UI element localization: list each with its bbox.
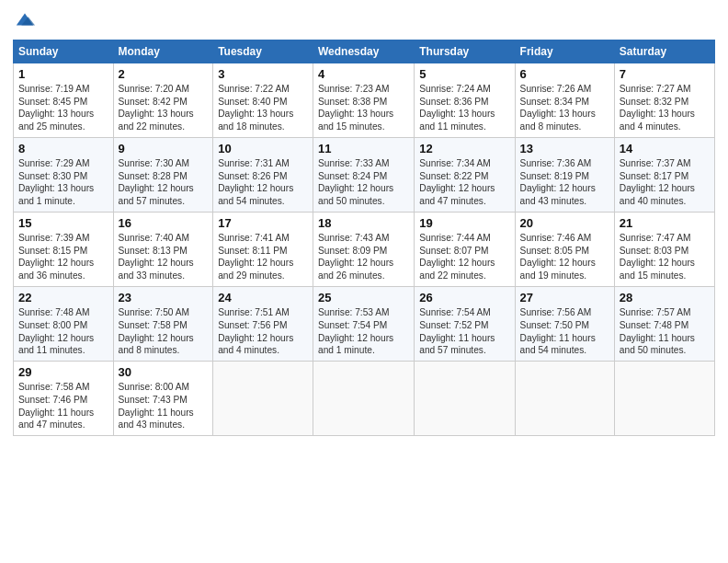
table-row: 20Sunrise: 7:46 AM Sunset: 8:05 PM Dayli… <box>515 212 614 286</box>
day-detail: Sunrise: 7:41 AM Sunset: 8:11 PM Dayligh… <box>218 232 308 282</box>
day-detail: Sunrise: 7:54 AM Sunset: 7:52 PM Dayligh… <box>419 306 509 357</box>
day-number: 10 <box>218 142 308 155</box>
table-row: 9Sunrise: 7:30 AM Sunset: 8:28 PM Daylig… <box>113 137 213 212</box>
day-number: 30 <box>119 365 209 379</box>
day-detail: Sunrise: 7:58 AM Sunset: 7:46 PM Dayligh… <box>18 381 108 431</box>
day-detail: Sunrise: 7:22 AM Sunset: 8:40 PM Dayligh… <box>218 83 308 133</box>
weekday-header-wednesday: Wednesday <box>313 40 415 63</box>
day-detail: Sunrise: 7:30 AM Sunset: 8:28 PM Dayligh… <box>119 157 209 208</box>
day-detail: Sunrise: 7:50 AM Sunset: 7:58 PM Dayligh… <box>119 306 209 357</box>
table-row <box>614 362 714 436</box>
day-number: 25 <box>318 291 409 304</box>
day-detail: Sunrise: 7:31 AM Sunset: 8:26 PM Dayligh… <box>218 157 308 208</box>
table-row: 19Sunrise: 7:44 AM Sunset: 8:07 PM Dayli… <box>415 212 515 286</box>
logo <box>13 9 35 34</box>
day-detail: Sunrise: 7:27 AM Sunset: 8:32 PM Dayligh… <box>620 83 710 133</box>
table-row: 7Sunrise: 7:27 AM Sunset: 8:32 PM Daylig… <box>614 63 714 137</box>
weekday-header-saturday: Saturday <box>614 40 714 63</box>
table-row: 24Sunrise: 7:51 AM Sunset: 7:56 PM Dayli… <box>213 286 313 361</box>
weekday-header-tuesday: Tuesday <box>213 40 313 63</box>
table-row: 17Sunrise: 7:41 AM Sunset: 8:11 PM Dayli… <box>213 212 313 286</box>
day-number: 26 <box>419 291 509 304</box>
weekday-header-friday: Friday <box>515 40 614 63</box>
table-row: 3Sunrise: 7:22 AM Sunset: 8:40 PM Daylig… <box>213 63 313 137</box>
table-row: 11Sunrise: 7:33 AM Sunset: 8:24 PM Dayli… <box>313 137 415 212</box>
day-detail: Sunrise: 7:19 AM Sunset: 8:45 PM Dayligh… <box>18 83 108 133</box>
day-number: 16 <box>119 216 209 230</box>
table-row: 8Sunrise: 7:29 AM Sunset: 8:30 PM Daylig… <box>14 137 114 212</box>
day-number: 4 <box>318 67 409 81</box>
table-row: 23Sunrise: 7:50 AM Sunset: 7:58 PM Dayli… <box>113 286 213 361</box>
day-detail: Sunrise: 7:46 AM Sunset: 8:05 PM Dayligh… <box>520 232 609 282</box>
day-detail: Sunrise: 7:34 AM Sunset: 8:22 PM Dayligh… <box>419 157 509 208</box>
day-number: 18 <box>318 216 409 230</box>
day-detail: Sunrise: 7:43 AM Sunset: 8:09 PM Dayligh… <box>318 232 409 282</box>
table-row: 1Sunrise: 7:19 AM Sunset: 8:45 PM Daylig… <box>14 63 114 137</box>
table-row: 30Sunrise: 8:00 AM Sunset: 7:43 PM Dayli… <box>113 362 213 436</box>
table-row: 2Sunrise: 7:20 AM Sunset: 8:42 PM Daylig… <box>113 63 213 137</box>
table-row: 26Sunrise: 7:54 AM Sunset: 7:52 PM Dayli… <box>415 286 515 361</box>
day-detail: Sunrise: 7:20 AM Sunset: 8:42 PM Dayligh… <box>119 83 209 133</box>
table-row: 22Sunrise: 7:48 AM Sunset: 8:00 PM Dayli… <box>14 286 114 361</box>
day-detail: Sunrise: 7:51 AM Sunset: 7:56 PM Dayligh… <box>218 306 308 357</box>
day-detail: Sunrise: 7:57 AM Sunset: 7:48 PM Dayligh… <box>620 306 710 357</box>
day-number: 9 <box>119 142 209 155</box>
day-number: 12 <box>419 142 509 155</box>
table-row <box>313 362 415 436</box>
day-number: 17 <box>218 216 308 230</box>
weekday-header-sunday: Sunday <box>14 40 114 63</box>
day-number: 8 <box>18 142 108 155</box>
table-row: 25Sunrise: 7:53 AM Sunset: 7:54 PM Dayli… <box>313 286 415 361</box>
day-number: 21 <box>620 216 710 230</box>
table-row: 28Sunrise: 7:57 AM Sunset: 7:48 PM Dayli… <box>614 286 714 361</box>
day-number: 22 <box>18 291 108 304</box>
table-row: 14Sunrise: 7:37 AM Sunset: 8:17 PM Dayli… <box>614 137 714 212</box>
table-row: 13Sunrise: 7:36 AM Sunset: 8:19 PM Dayli… <box>515 137 614 212</box>
day-detail: Sunrise: 8:00 AM Sunset: 7:43 PM Dayligh… <box>119 381 209 431</box>
day-number: 19 <box>419 216 509 230</box>
table-row: 15Sunrise: 7:39 AM Sunset: 8:15 PM Dayli… <box>14 212 114 286</box>
day-number: 23 <box>119 291 209 304</box>
day-detail: Sunrise: 7:33 AM Sunset: 8:24 PM Dayligh… <box>318 157 409 208</box>
day-number: 24 <box>218 291 308 304</box>
table-row: 6Sunrise: 7:26 AM Sunset: 8:34 PM Daylig… <box>515 63 614 137</box>
day-number: 5 <box>419 67 509 81</box>
day-detail: Sunrise: 7:37 AM Sunset: 8:17 PM Dayligh… <box>620 157 710 208</box>
day-detail: Sunrise: 7:47 AM Sunset: 8:03 PM Dayligh… <box>620 232 710 282</box>
day-detail: Sunrise: 7:56 AM Sunset: 7:50 PM Dayligh… <box>520 306 609 357</box>
day-detail: Sunrise: 7:53 AM Sunset: 7:54 PM Dayligh… <box>318 306 409 357</box>
weekday-header-thursday: Thursday <box>415 40 515 63</box>
day-number: 29 <box>18 365 108 379</box>
day-number: 6 <box>520 67 609 81</box>
table-row: 29Sunrise: 7:58 AM Sunset: 7:46 PM Dayli… <box>14 362 114 436</box>
day-number: 27 <box>520 291 609 304</box>
table-row: 10Sunrise: 7:31 AM Sunset: 8:26 PM Dayli… <box>213 137 313 212</box>
table-row <box>515 362 614 436</box>
day-number: 13 <box>520 142 609 155</box>
table-row <box>415 362 515 436</box>
table-row: 27Sunrise: 7:56 AM Sunset: 7:50 PM Dayli… <box>515 286 614 361</box>
day-number: 7 <box>620 67 710 81</box>
day-number: 28 <box>620 291 710 304</box>
day-detail: Sunrise: 7:29 AM Sunset: 8:30 PM Dayligh… <box>18 157 108 208</box>
day-number: 15 <box>18 216 108 230</box>
table-row: 4Sunrise: 7:23 AM Sunset: 8:38 PM Daylig… <box>313 63 415 137</box>
calendar-table: SundayMondayTuesdayWednesdayThursdayFrid… <box>13 40 715 436</box>
day-number: 14 <box>620 142 710 155</box>
table-row: 18Sunrise: 7:43 AM Sunset: 8:09 PM Dayli… <box>313 212 415 286</box>
day-detail: Sunrise: 7:23 AM Sunset: 8:38 PM Dayligh… <box>318 83 409 133</box>
day-detail: Sunrise: 7:39 AM Sunset: 8:15 PM Dayligh… <box>18 232 108 282</box>
logo-icon <box>15 9 35 29</box>
weekday-header-monday: Monday <box>113 40 213 63</box>
day-detail: Sunrise: 7:26 AM Sunset: 8:34 PM Dayligh… <box>520 83 609 133</box>
day-detail: Sunrise: 7:36 AM Sunset: 8:19 PM Dayligh… <box>520 157 609 208</box>
day-detail: Sunrise: 7:48 AM Sunset: 8:00 PM Dayligh… <box>18 306 108 357</box>
day-number: 2 <box>119 67 209 81</box>
day-detail: Sunrise: 7:44 AM Sunset: 8:07 PM Dayligh… <box>419 232 509 282</box>
table-row: 21Sunrise: 7:47 AM Sunset: 8:03 PM Dayli… <box>614 212 714 286</box>
table-row: 5Sunrise: 7:24 AM Sunset: 8:36 PM Daylig… <box>415 63 515 137</box>
day-number: 3 <box>218 67 308 81</box>
table-row: 16Sunrise: 7:40 AM Sunset: 8:13 PM Dayli… <box>113 212 213 286</box>
day-detail: Sunrise: 7:40 AM Sunset: 8:13 PM Dayligh… <box>119 232 209 282</box>
day-number: 1 <box>18 67 108 81</box>
